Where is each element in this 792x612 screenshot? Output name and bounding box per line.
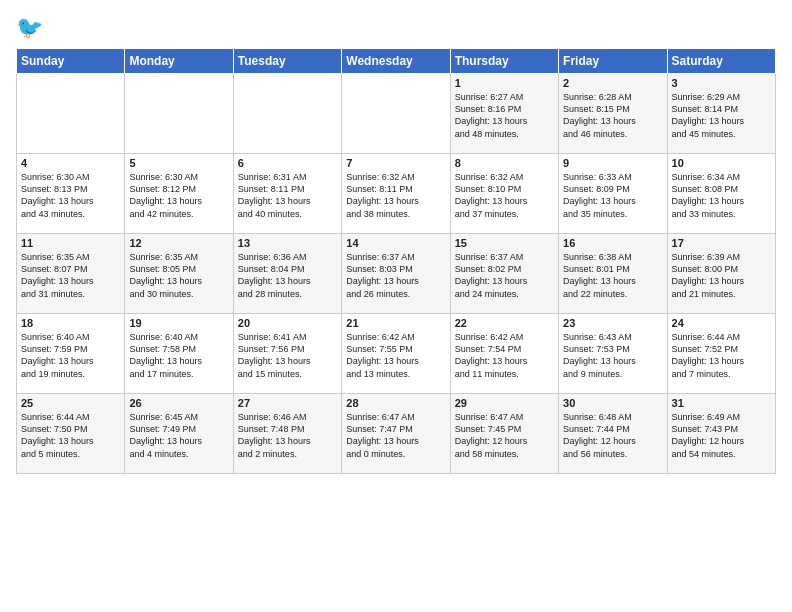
calendar-cell: 7Sunrise: 6:32 AM Sunset: 8:11 PM Daylig… (342, 154, 450, 234)
calendar-cell: 15Sunrise: 6:37 AM Sunset: 8:02 PM Dayli… (450, 234, 558, 314)
day-info: Sunrise: 6:42 AM Sunset: 7:54 PM Dayligh… (455, 331, 554, 380)
logo: 🐦 (16, 16, 43, 40)
day-number: 23 (563, 317, 662, 329)
day-number: 12 (129, 237, 228, 249)
day-header-saturday: Saturday (667, 49, 775, 74)
day-number: 28 (346, 397, 445, 409)
calendar-cell: 25Sunrise: 6:44 AM Sunset: 7:50 PM Dayli… (17, 394, 125, 474)
calendar-cell (17, 74, 125, 154)
day-info: Sunrise: 6:39 AM Sunset: 8:00 PM Dayligh… (672, 251, 771, 300)
calendar-cell: 23Sunrise: 6:43 AM Sunset: 7:53 PM Dayli… (559, 314, 667, 394)
day-header-sunday: Sunday (17, 49, 125, 74)
day-number: 8 (455, 157, 554, 169)
day-header-thursday: Thursday (450, 49, 558, 74)
day-number: 30 (563, 397, 662, 409)
day-info: Sunrise: 6:47 AM Sunset: 7:47 PM Dayligh… (346, 411, 445, 460)
day-number: 4 (21, 157, 120, 169)
day-info: Sunrise: 6:47 AM Sunset: 7:45 PM Dayligh… (455, 411, 554, 460)
calendar-cell: 3Sunrise: 6:29 AM Sunset: 8:14 PM Daylig… (667, 74, 775, 154)
calendar-cell: 18Sunrise: 6:40 AM Sunset: 7:59 PM Dayli… (17, 314, 125, 394)
calendar-cell: 4Sunrise: 6:30 AM Sunset: 8:13 PM Daylig… (17, 154, 125, 234)
calendar-cell: 5Sunrise: 6:30 AM Sunset: 8:12 PM Daylig… (125, 154, 233, 234)
day-number: 7 (346, 157, 445, 169)
day-number: 18 (21, 317, 120, 329)
day-number: 17 (672, 237, 771, 249)
calendar-week-row: 4Sunrise: 6:30 AM Sunset: 8:13 PM Daylig… (17, 154, 776, 234)
day-info: Sunrise: 6:45 AM Sunset: 7:49 PM Dayligh… (129, 411, 228, 460)
calendar-cell: 11Sunrise: 6:35 AM Sunset: 8:07 PM Dayli… (17, 234, 125, 314)
day-number: 13 (238, 237, 337, 249)
day-number: 24 (672, 317, 771, 329)
day-info: Sunrise: 6:30 AM Sunset: 8:12 PM Dayligh… (129, 171, 228, 220)
calendar-cell: 8Sunrise: 6:32 AM Sunset: 8:10 PM Daylig… (450, 154, 558, 234)
calendar-cell: 1Sunrise: 6:27 AM Sunset: 8:16 PM Daylig… (450, 74, 558, 154)
day-info: Sunrise: 6:37 AM Sunset: 8:03 PM Dayligh… (346, 251, 445, 300)
day-info: Sunrise: 6:31 AM Sunset: 8:11 PM Dayligh… (238, 171, 337, 220)
calendar-cell: 27Sunrise: 6:46 AM Sunset: 7:48 PM Dayli… (233, 394, 341, 474)
day-info: Sunrise: 6:32 AM Sunset: 8:11 PM Dayligh… (346, 171, 445, 220)
calendar-cell: 31Sunrise: 6:49 AM Sunset: 7:43 PM Dayli… (667, 394, 775, 474)
day-number: 14 (346, 237, 445, 249)
calendar-cell (233, 74, 341, 154)
day-info: Sunrise: 6:49 AM Sunset: 7:43 PM Dayligh… (672, 411, 771, 460)
day-number: 26 (129, 397, 228, 409)
day-info: Sunrise: 6:46 AM Sunset: 7:48 PM Dayligh… (238, 411, 337, 460)
day-header-wednesday: Wednesday (342, 49, 450, 74)
calendar-cell: 13Sunrise: 6:36 AM Sunset: 8:04 PM Dayli… (233, 234, 341, 314)
day-info: Sunrise: 6:32 AM Sunset: 8:10 PM Dayligh… (455, 171, 554, 220)
day-number: 20 (238, 317, 337, 329)
day-info: Sunrise: 6:40 AM Sunset: 7:58 PM Dayligh… (129, 331, 228, 380)
calendar-cell: 19Sunrise: 6:40 AM Sunset: 7:58 PM Dayli… (125, 314, 233, 394)
day-info: Sunrise: 6:30 AM Sunset: 8:13 PM Dayligh… (21, 171, 120, 220)
calendar-cell: 22Sunrise: 6:42 AM Sunset: 7:54 PM Dayli… (450, 314, 558, 394)
day-info: Sunrise: 6:48 AM Sunset: 7:44 PM Dayligh… (563, 411, 662, 460)
day-info: Sunrise: 6:43 AM Sunset: 7:53 PM Dayligh… (563, 331, 662, 380)
day-number: 2 (563, 77, 662, 89)
day-info: Sunrise: 6:44 AM Sunset: 7:50 PM Dayligh… (21, 411, 120, 460)
calendar-cell: 21Sunrise: 6:42 AM Sunset: 7:55 PM Dayli… (342, 314, 450, 394)
calendar-week-row: 25Sunrise: 6:44 AM Sunset: 7:50 PM Dayli… (17, 394, 776, 474)
logo-bird-icon: 🐦 (16, 15, 43, 40)
day-number: 11 (21, 237, 120, 249)
day-info: Sunrise: 6:42 AM Sunset: 7:55 PM Dayligh… (346, 331, 445, 380)
day-info: Sunrise: 6:36 AM Sunset: 8:04 PM Dayligh… (238, 251, 337, 300)
day-number: 10 (672, 157, 771, 169)
day-header-friday: Friday (559, 49, 667, 74)
calendar-cell: 28Sunrise: 6:47 AM Sunset: 7:47 PM Dayli… (342, 394, 450, 474)
day-number: 31 (672, 397, 771, 409)
day-number: 9 (563, 157, 662, 169)
day-number: 25 (21, 397, 120, 409)
day-info: Sunrise: 6:27 AM Sunset: 8:16 PM Dayligh… (455, 91, 554, 140)
day-number: 1 (455, 77, 554, 89)
day-number: 6 (238, 157, 337, 169)
day-info: Sunrise: 6:33 AM Sunset: 8:09 PM Dayligh… (563, 171, 662, 220)
day-info: Sunrise: 6:28 AM Sunset: 8:15 PM Dayligh… (563, 91, 662, 140)
day-info: Sunrise: 6:37 AM Sunset: 8:02 PM Dayligh… (455, 251, 554, 300)
day-info: Sunrise: 6:40 AM Sunset: 7:59 PM Dayligh… (21, 331, 120, 380)
calendar-cell: 9Sunrise: 6:33 AM Sunset: 8:09 PM Daylig… (559, 154, 667, 234)
calendar-cell: 6Sunrise: 6:31 AM Sunset: 8:11 PM Daylig… (233, 154, 341, 234)
day-info: Sunrise: 6:35 AM Sunset: 8:05 PM Dayligh… (129, 251, 228, 300)
calendar-header-row: SundayMondayTuesdayWednesdayThursdayFrid… (17, 49, 776, 74)
calendar-cell: 16Sunrise: 6:38 AM Sunset: 8:01 PM Dayli… (559, 234, 667, 314)
calendar-week-row: 11Sunrise: 6:35 AM Sunset: 8:07 PM Dayli… (17, 234, 776, 314)
day-info: Sunrise: 6:34 AM Sunset: 8:08 PM Dayligh… (672, 171, 771, 220)
calendar-cell: 10Sunrise: 6:34 AM Sunset: 8:08 PM Dayli… (667, 154, 775, 234)
day-number: 15 (455, 237, 554, 249)
day-number: 16 (563, 237, 662, 249)
day-info: Sunrise: 6:44 AM Sunset: 7:52 PM Dayligh… (672, 331, 771, 380)
day-number: 21 (346, 317, 445, 329)
day-info: Sunrise: 6:29 AM Sunset: 8:14 PM Dayligh… (672, 91, 771, 140)
calendar-week-row: 18Sunrise: 6:40 AM Sunset: 7:59 PM Dayli… (17, 314, 776, 394)
header: 🐦 (16, 16, 776, 40)
day-number: 27 (238, 397, 337, 409)
day-header-tuesday: Tuesday (233, 49, 341, 74)
calendar: SundayMondayTuesdayWednesdayThursdayFrid… (16, 48, 776, 474)
logo-text: 🐦 (16, 16, 43, 40)
day-number: 19 (129, 317, 228, 329)
day-number: 29 (455, 397, 554, 409)
day-number: 5 (129, 157, 228, 169)
page: 🐦 SundayMondayTuesdayWednesdayThursdayFr… (0, 0, 792, 612)
day-number: 3 (672, 77, 771, 89)
calendar-cell: 20Sunrise: 6:41 AM Sunset: 7:56 PM Dayli… (233, 314, 341, 394)
